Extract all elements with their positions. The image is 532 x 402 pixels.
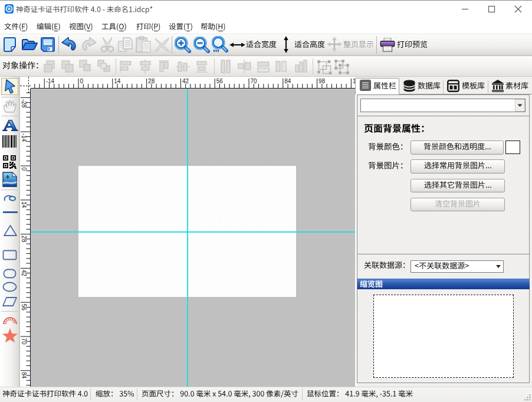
svg-text:70: 70 (251, 78, 258, 84)
svg-text:14: 14 (21, 201, 27, 208)
svg-text:84: 84 (21, 372, 27, 379)
svg-text:42: 42 (182, 78, 189, 84)
svg-text:-14: -14 (21, 133, 27, 142)
svg-text:56: 56 (21, 304, 27, 311)
svg-text:70: 70 (21, 338, 27, 345)
svg-text:28: 28 (21, 236, 27, 243)
svg-text:0: 0 (80, 78, 84, 84)
svg-text:14: 14 (114, 78, 121, 84)
svg-text:56: 56 (216, 78, 224, 84)
svg-text:28: 28 (148, 78, 155, 84)
svg-text:42: 42 (21, 270, 27, 277)
svg-text:98: 98 (318, 78, 326, 84)
svg-text:0: 0 (21, 168, 27, 171)
svg-text:-14: -14 (46, 78, 55, 84)
svg-text:-28: -28 (21, 99, 27, 108)
svg-text:84: 84 (284, 78, 291, 84)
